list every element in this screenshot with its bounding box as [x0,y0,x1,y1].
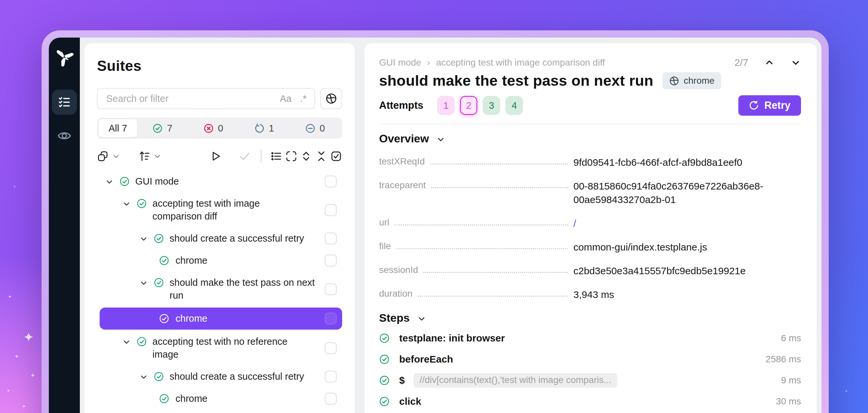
tree-row-selected[interactable]: chrome [100,308,342,330]
desktop-background: Suites Aa .* [0,0,868,413]
tree-item-label[interactable]: GUI mode [135,175,179,188]
pass-check-circle-icon [159,255,169,266]
testplane-gui-app: Suites Aa .* [49,38,822,413]
attempt-chip-3[interactable]: 3 [483,96,500,115]
breadcrumb-separator: › [427,57,430,68]
select-all-checkbox-icon[interactable] [330,150,342,162]
attempt-chip-2-current[interactable]: 2 [460,96,477,115]
tree-toolbar [97,149,342,163]
field-label: traceparent [379,179,426,191]
breadcrumb-root[interactable]: GUI mode [379,57,421,68]
toolbar-divider [260,149,261,163]
search-input[interactable] [105,93,271,104]
chevron-down-icon[interactable] [139,234,148,243]
field-value: 9fd09541-fcb6-466f-afcf-af9bd8a1eef0 [574,156,801,169]
browser-filter-button[interactable] [320,88,342,109]
tree-row[interactable]: should create a successful retry [97,366,342,388]
tree-checkbox[interactable] [324,342,337,354]
field-value-url-link[interactable]: / [574,216,801,230]
filter-all[interactable]: All 7 [99,119,137,137]
chevron-down-icon[interactable] [105,177,114,186]
pass-check-circle-icon [154,372,164,382]
tree-item-label[interactable]: chrome [176,254,208,267]
chevron-down-icon[interactable] [139,373,148,381]
sidebar-item-suites[interactable] [52,90,77,115]
attempt-chip-4[interactable]: 4 [505,96,523,115]
match-case-toggle[interactable]: Aa [280,93,291,104]
tree-checkbox[interactable] [324,254,337,267]
chevron-down-icon[interactable] [122,338,131,346]
tree-checkbox[interactable] [324,312,337,325]
tree-row[interactable]: should make the test pass on next run [97,410,342,413]
regex-toggle[interactable]: .* [300,93,307,104]
tree-item-label[interactable]: accepting test with image comparison dif… [152,197,305,223]
chevron-down-icon[interactable] [122,199,131,208]
list-view-icon[interactable] [270,150,282,162]
toolbar-view-controls [270,150,342,162]
step-name: beforeEach [399,354,453,365]
tree-item-label[interactable]: accepting test with no reference image [152,335,305,361]
eye-icon [57,130,71,142]
step-duration: 30 ms [776,396,801,407]
tree-item-label[interactable]: should create a successful retry [169,232,304,245]
tree-item-label[interactable]: should make the test pass on next run [169,276,322,302]
dotted-leader [430,156,568,165]
overview-fields: testXReqId 9fd09541-fcb6-466f-afcf-af9bd… [379,156,801,301]
tree-checkbox[interactable] [324,371,337,383]
step-name: $ [399,375,405,386]
dotted-leader [423,264,568,273]
tree-row[interactable]: GUI mode [97,170,342,193]
filter-skipped[interactable]: 0 [290,123,340,134]
chevron-down-icon[interactable] [436,135,445,144]
field-value: 00-8815860c914fa0c263769e7226ab36e8-00ae… [574,179,801,206]
search-row: Aa .* [97,88,342,109]
group-icon [97,150,109,162]
tree-row[interactable]: accepting test with image comparison dif… [97,193,342,228]
tree-item-label[interactable]: chrome [176,312,208,325]
pass-check-circle-icon [136,199,147,209]
step-row[interactable]: $ //div[contains(text(),'test with image… [379,370,801,391]
attempt-chip-1[interactable]: 1 [437,96,455,115]
pass-check-circle-icon [159,393,169,404]
sort-dropdown[interactable] [138,150,162,162]
tree-row[interactable]: accepting test with no reference image [97,331,342,366]
sparkle [844,389,848,393]
tree-checkbox[interactable] [324,232,337,245]
tree-checkbox[interactable] [324,283,337,295]
previous-test-button[interactable] [764,57,775,68]
tree-item-label[interactable]: should create a successful retry [169,370,304,383]
sparkle [23,330,34,345]
breadcrumb: GUI mode › accepting test with image com… [379,57,801,68]
tree-row[interactable]: chrome [97,249,342,272]
chevron-down-icon [112,152,120,161]
tree-row[interactable]: chrome [97,388,342,410]
next-test-button[interactable] [790,57,801,68]
retry-button[interactable]: Retry [738,95,801,116]
run-tests-button[interactable] [210,150,222,162]
filter-retried[interactable]: 1 [239,123,290,134]
breadcrumb-suite[interactable]: accepting test with image comparison dif… [436,57,605,68]
tree-item-label[interactable]: chrome [176,392,208,405]
chevron-down-icon[interactable] [139,278,148,287]
pass-check-circle-icon [379,375,390,386]
pass-check-circle-icon [159,313,169,324]
filter-failed[interactable]: 0 [188,123,239,134]
collapse-all-icon[interactable] [315,150,327,162]
tree-row[interactable]: should make the test pass on next run [97,272,342,307]
test-title-row: should make the test pass on next run ch… [379,72,801,89]
step-row[interactable]: beforeEach 2586 ms [379,349,801,370]
sidebar [49,38,80,413]
expand-all-icon[interactable] [300,150,312,162]
tree-checkbox[interactable] [324,204,337,216]
field-value: common-gui/index.testplane.js [574,240,801,254]
tree-checkbox[interactable] [324,175,337,187]
tree-checkbox[interactable] [324,392,337,405]
group-by-dropdown[interactable] [97,150,120,162]
filter-passed[interactable]: 7 [137,123,188,134]
sidebar-item-visual-checks[interactable] [52,126,77,146]
step-row[interactable]: testplane: init browser 6 ms [379,328,801,349]
chevron-down-icon[interactable] [417,314,426,323]
step-row[interactable]: click 30 ms [379,391,801,412]
tree-row[interactable]: should create a successful retry [97,228,342,249]
focus-selection-icon[interactable] [285,150,297,162]
